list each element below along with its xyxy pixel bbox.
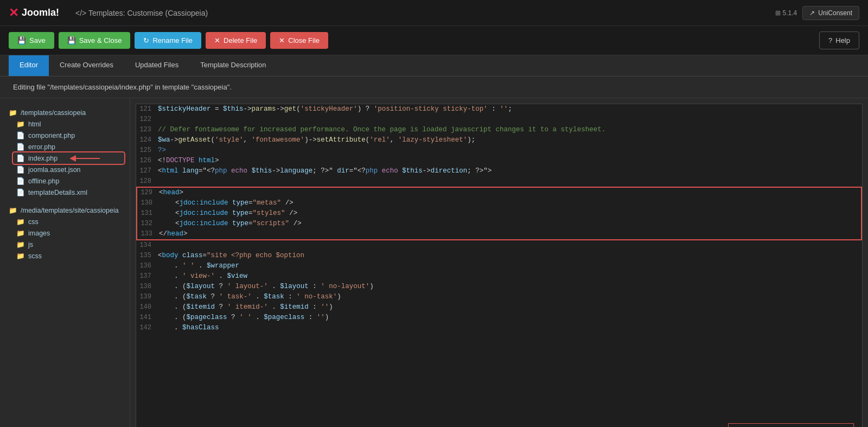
code-line-130: 130 <jdoc:include type="metas" /> — [137, 198, 861, 208]
tab-template-description[interactable]: Template Description — [189, 55, 277, 76]
folder-icon: 📁 — [16, 252, 25, 260]
file-description: Editing file "/templates/cassiopeia/inde… — [0, 77, 868, 98]
code-line-124: 124 $wa->getAsset('style', 'fontawesome'… — [136, 135, 862, 145]
file-icon: 📄 — [16, 143, 25, 151]
close-file-button[interactable]: ✕ Close File — [270, 32, 328, 49]
code-line-139: 139 . ($task ? ' task-' . $task : ' no-t… — [136, 292, 862, 302]
code-line-138: 138 . ($layout ? ' layout-' . $layout : … — [136, 282, 862, 292]
file-icon: 📄 — [16, 188, 25, 196]
tab-create-overrides[interactable]: Create Overrides — [49, 55, 124, 76]
code-line-132: 132 <jdoc:include type="scripts" /> — [137, 219, 861, 229]
topbar-right: ⊞ 5.1.4 ↗ UniConsent — [775, 6, 859, 20]
code-line-128: 128 — [136, 176, 862, 187]
folder-icon: 📁 — [16, 218, 25, 226]
code-line-142: 142 . $hasClass — [136, 323, 862, 333]
rename-file-button[interactable]: ↻ Rename File — [135, 32, 201, 49]
file-icon: 📄 — [16, 165, 25, 174]
folder-icon: 📁 — [9, 109, 17, 117]
save-icon: 💾 — [17, 36, 26, 44]
code-line-136: 136 . ' ' . $wrapper — [136, 261, 862, 271]
logo-text: Joomla! — [22, 7, 59, 18]
tree-folder-scss[interactable]: 📁 scss — [13, 250, 124, 262]
tree-file-error[interactable]: 📄 error.php — [13, 141, 124, 152]
uniconsent-icon: ↗ — [809, 9, 815, 17]
tree-children-cassiopeia: 📁 html 📄 component.php 📄 error.php 📄 ind… — [5, 118, 124, 198]
toolbar-buttons: 💾 Save 💾 Save & Close ↻ Rename File ✕ De… — [9, 32, 328, 49]
tree-group-templates: 📁 /templates/cassiopeia 📁 html 📄 compone… — [5, 107, 124, 198]
code-line-137: 137 . ' view-' . $view — [136, 271, 862, 282]
highlighted-block: 129 <head> 130 <jdoc:include type="metas… — [136, 187, 862, 240]
code-line-141: 141 . ($pageclass ? ' ' . $pageclass : '… — [136, 313, 862, 323]
help-button[interactable]: ? Help — [819, 31, 859, 49]
tree-children-media: 📁 css 📁 images 📁 js 📁 scss — [5, 216, 124, 262]
tab-editor[interactable]: Editor — [9, 55, 49, 76]
help-icon: ? — [828, 36, 832, 44]
folder-icon: 📁 — [9, 206, 17, 214]
topbar-left: ✕ Joomla! </> Templates: Customise (Cass… — [9, 6, 208, 20]
tabs-bar: Editor Create Overrides Updated Files Te… — [0, 55, 868, 77]
delete-file-button[interactable]: ✕ Delete File — [206, 32, 266, 49]
close-file-icon: ✕ — [279, 36, 285, 44]
tree-folder-js[interactable]: 📁 js — [13, 239, 124, 250]
tree-folder-html[interactable]: 📁 html — [13, 118, 124, 130]
page-title: </> Templates: Customise (Cassiopeia) — [75, 9, 208, 17]
joomla-logo: ✕ Joomla! — [9, 6, 59, 20]
code-line-121: 121 $stickyHeader = $this->params->get('… — [136, 104, 862, 114]
file-icon: 📄 — [16, 154, 25, 162]
folder-icon: 📁 — [16, 240, 25, 248]
code-line-133: 133 </head> — [137, 229, 861, 239]
tab-updated-files[interactable]: Updated Files — [124, 55, 189, 76]
file-icon: 📄 — [16, 131, 25, 139]
code-editor-container: 121 $stickyHeader = $this->params->get('… — [130, 98, 868, 427]
joomla-icon: ✕ — [9, 6, 18, 20]
delete-icon: ✕ — [214, 36, 220, 44]
code-line-122: 122 — [136, 114, 862, 125]
code-line-140: 140 . ($itemid ? ' itemid-' . $itemid : … — [136, 302, 862, 313]
tree-file-offline[interactable]: 📄 offline.php — [13, 175, 124, 187]
fullscreen-hint: Press F10 to toggle Full Screen editing. — [728, 423, 854, 427]
tree-folder-images[interactable]: 📁 images — [13, 227, 124, 239]
uniconsent-button[interactable]: ↗ UniConsent — [802, 6, 859, 20]
tree-folder-media-cassiopeia[interactable]: 📁 /media/templates/site/cassiopeia — [5, 205, 124, 216]
rename-icon: ↻ — [143, 36, 149, 44]
code-line-129: 129 <head> — [137, 188, 861, 198]
code-line-126: 126 <!DOCTYPE html> — [136, 156, 862, 166]
tree-file-templatedetails[interactable]: 📄 templateDetails.xml — [13, 187, 124, 198]
file-icon: 📄 — [16, 177, 25, 185]
toolbar: 💾 Save 💾 Save & Close ↻ Rename File ✕ De… — [0, 26, 868, 55]
tree-file-index[interactable]: 📄 index.php — [13, 152, 124, 164]
save-close-icon: 💾 — [67, 36, 76, 44]
tree-folder-css[interactable]: 📁 css — [13, 216, 124, 227]
code-line-131: 131 <jdoc:include type="styles" /> — [137, 208, 861, 219]
folder-icon: 📁 — [16, 120, 25, 128]
code-editor[interactable]: 121 $stickyHeader = $this->params->get('… — [136, 104, 863, 427]
save-close-button[interactable]: 💾 Save & Close — [59, 32, 131, 49]
tree-file-joomla-asset[interactable]: 📄 joomla.asset.json — [13, 164, 124, 175]
code-line-127: 127 <html lang="<?php echo $this->langua… — [136, 166, 862, 176]
topbar: ✕ Joomla! </> Templates: Customise (Cass… — [0, 0, 868, 26]
code-line-125: 125 ?> — [136, 145, 862, 156]
tree-group-media: 📁 /media/templates/site/cassiopeia 📁 css… — [5, 205, 124, 262]
tree-folder-cassiopeia[interactable]: 📁 /templates/cassiopeia — [5, 107, 124, 118]
file-tree-sidebar: 📁 /templates/cassiopeia 📁 html 📄 compone… — [0, 98, 130, 427]
version-badge: ⊞ 5.1.4 — [775, 9, 797, 17]
code-line-135: 135 <body class="site <?php echo $option — [136, 251, 862, 261]
arrow-annotation — [70, 153, 103, 164]
main-content: 📁 /templates/cassiopeia 📁 html 📄 compone… — [0, 98, 868, 427]
folder-icon: 📁 — [16, 229, 25, 237]
code-line-123: 123 // Defer fontawesome for increased p… — [136, 125, 862, 135]
tree-file-component[interactable]: 📄 component.php — [13, 130, 124, 141]
code-line-134: 134 — [136, 240, 862, 251]
save-button[interactable]: 💾 Save — [9, 32, 54, 49]
